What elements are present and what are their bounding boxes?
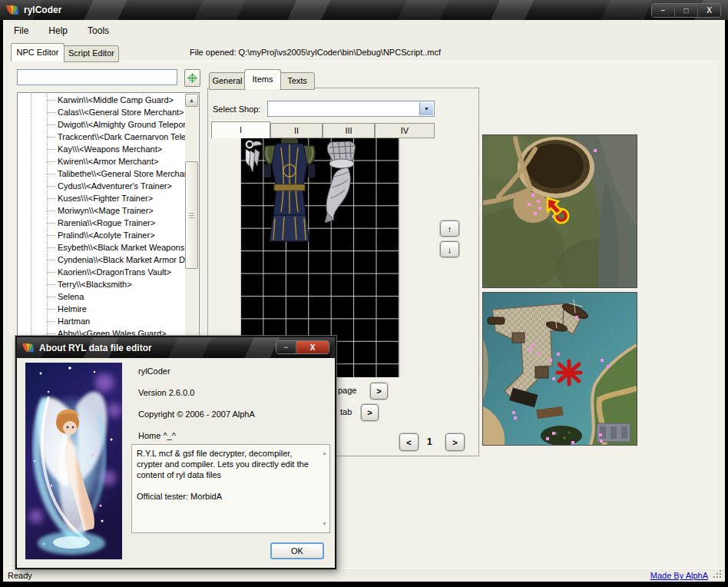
chevron-right-icon: > [367,408,372,417]
tab-general[interactable]: General [209,72,246,90]
scroll-thumb[interactable] [185,161,198,269]
tab-texts[interactable]: Texts [280,72,315,90]
map-harbor-image[interactable] [482,292,637,446]
tree-connector-icon [47,161,55,164]
shop-tab-2[interactable]: II [270,123,323,138]
search-add-button[interactable] [184,69,200,87]
npc-tree-item-label: Dwigot\\<Almighty Ground Teleport [58,120,186,129]
menu-item[interactable]: Tools [84,24,112,38]
npc-tree-item[interactable]: Calas\\<General Store Merchant> [18,106,186,118]
shop-select[interactable]: ▼ [267,101,435,117]
item-gauntlet-image[interactable] [323,140,359,226]
npc-tree-item[interactable]: Hartman [18,315,186,327]
npc-tree-item[interactable]: Terry\\<Blacksmith> [18,278,186,290]
npc-tree-item-label: Hartman [58,317,90,326]
npc-tree-item-label: Karwin\\<Middle Camp Guard> [58,95,174,104]
made-by-link[interactable]: Made By AlphA [650,571,708,580]
npc-tree-item[interactable]: Cydus\\<Adventurer's Trainer> [18,180,186,192]
titlebar[interactable]: rylCoder [0,0,728,20]
item-pendant-image[interactable] [243,140,263,181]
move-down-button[interactable]: ↓ [440,241,459,257]
file-opened-label: File opened: Q:\myProj\vs2005\rylCoder\b… [190,48,441,57]
copy-page-next-button[interactable]: > [370,383,388,400]
tree-connector-icon [47,260,55,263]
npc-tree-item-label: Trackcent\\<Dark Caernarvon Tele [58,132,186,141]
tree-connector-icon [47,174,55,177]
menu-item[interactable]: File [11,24,31,38]
app-logo-icon [5,5,19,16]
npc-tree-item[interactable]: Kwiren\\<Armor Merchant> [18,155,186,167]
minimize-button[interactable]: − [652,4,674,17]
scroll-down-icon[interactable]: ▼ [322,519,327,529]
select-shop-label: Select Shop: [213,104,260,114]
npc-tree-item-label: Kay\\\<Weapons Merchant> [58,144,162,154]
map-terrain-image[interactable] [482,134,637,288]
about-description-box[interactable]: R.Y.L mcf & gsf file decrypter, decompil… [131,444,330,533]
down-arrow-icon: ↓ [448,245,452,254]
prev-page-button[interactable]: < [399,433,419,451]
window-controls: − □ X [651,3,721,18]
tab-script-editor[interactable]: Script Editor [64,45,119,62]
npc-tree-item[interactable]: Moriwyn\\<Mage Trainer> [18,204,186,217]
tree-connector-icon [47,247,55,250]
about-app-name: rylCoder [138,366,170,376]
npc-tree-item-label: Talibethe\\<General Store Merchan [58,169,186,178]
npc-tree-item[interactable]: Karwin\\<Middle Camp Guard> [18,94,186,106]
npc-tree-item[interactable]: Kuses\\\<Fighter Trainer> [18,192,186,204]
tree-connector-icon [47,137,55,140]
tree-connector-icon [47,223,55,226]
menu-item[interactable]: Help [45,24,71,38]
npc-tree-item[interactable]: Talibethe\\<General Store Merchan [18,167,186,180]
npc-tree-item[interactable]: Dwigot\\<Almighty Ground Teleport [18,118,186,131]
next-page-button[interactable]: > [445,433,465,451]
copy-page-label: page [338,386,356,395]
window-title: rylCoder [24,5,61,15]
menu-bar: FileHelpTools [11,24,112,38]
npc-search-input[interactable] [17,69,177,85]
close-button[interactable]: X [697,4,720,17]
shop-tab-3[interactable]: III [323,123,375,138]
npc-tree-item[interactable]: Kaorien\\<DragonTrans Vault> [18,266,186,278]
copy-tab-label: tab [340,407,352,416]
tree-connector-icon [47,149,55,152]
about-close-button[interactable]: X [296,341,329,353]
scroll-up-icon[interactable]: ▲ [322,448,327,459]
scroll-up-button[interactable]: ▲ [185,94,198,107]
tab-items[interactable]: Items [244,69,281,89]
npc-tree-item[interactable]: Rarenia\\<Rogue Trainer> [18,217,186,229]
npc-tree-item-label: Terry\\<Blacksmith> [58,280,132,289]
npc-tree-item[interactable]: Helmire [18,303,186,315]
about-minimize-button[interactable]: − [276,341,296,353]
shop-tab-1[interactable]: I [211,121,270,138]
shop-tab-4[interactable]: IV [375,123,435,138]
chevron-right-icon: > [452,438,457,447]
status-bar: Ready Made By AlphA [3,568,725,582]
tab-npc-editor[interactable]: NPC Editor [11,43,65,61]
npc-tree-item-label: Kuses\\\<Fighter Trainer> [58,194,153,203]
npc-tree-item[interactable]: Trackcent\\<Dark Caernarvon Tele [18,131,186,143]
item-armor-image[interactable] [263,138,316,242]
chevron-left-icon: < [406,438,411,447]
npc-tree-item[interactable]: Selena [18,290,186,303]
tree-connector-icon [47,284,55,287]
about-home-link[interactable]: Home ^_^ [138,431,176,440]
npc-tree-item-label: Kaorien\\<DragonTrans Vault> [58,267,171,277]
npc-tree-item[interactable]: Kay\\\<Weapons Merchant> [18,143,186,155]
npc-tree-item[interactable]: Esybeth\\<Black Market Weapons I [18,241,186,254]
about-tester: Official tester: MorbidA [137,491,319,502]
npc-tree-item-label: Calas\\<General Store Merchant> [58,108,184,117]
resize-grip[interactable] [720,570,721,572]
chevron-down-icon[interactable]: ▼ [419,102,433,115]
npc-tree-item-label: Kwiren\\<Armor Merchant> [58,157,158,166]
move-up-button[interactable]: ↑ [440,221,459,237]
npc-tree-item-label: Moriwyn\\<Mage Trainer> [58,206,154,215]
copy-tab-next-button[interactable]: > [361,404,379,421]
npc-tree-item[interactable]: Pralind\\<Acolyte Trainer> [18,229,186,241]
ok-button[interactable]: OK [270,542,324,559]
maximize-button[interactable]: □ [674,4,697,17]
up-arrow-icon: ↑ [448,224,452,234]
tree-connector-icon [47,112,55,115]
npc-tree-item[interactable]: Cyndenia\\<Black Market Armor De [18,254,186,266]
green-crosshair-icon [187,73,197,83]
npc-tree-item-label: Cyndenia\\<Black Market Armor De [58,255,186,264]
